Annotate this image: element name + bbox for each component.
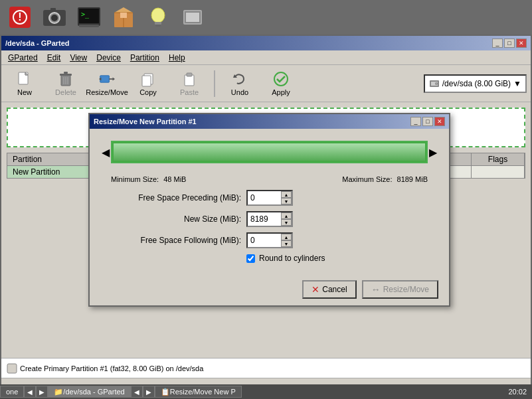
minimize-button[interactable]: _ bbox=[492, 39, 503, 48]
taskbar-gparted-icon: 📁 bbox=[54, 388, 63, 396]
svg-rect-10 bbox=[79, 25, 99, 27]
max-size-label: Maximum Size: 8189 MiB bbox=[342, 175, 428, 183]
resize-bar bbox=[111, 141, 428, 163]
apply-icon bbox=[273, 71, 289, 87]
terminal-icon[interactable]: >_ bbox=[74, 3, 104, 32]
new-icon bbox=[17, 71, 33, 87]
drive-icon[interactable] bbox=[178, 3, 207, 32]
main-window-title: /dev/sda - GParted bbox=[5, 39, 70, 47]
nav-next-btn[interactable]: ▶ bbox=[36, 386, 48, 398]
preceding-spin-down[interactable]: ▼ bbox=[281, 198, 292, 204]
svg-rect-21 bbox=[186, 13, 199, 22]
item2-nav-next-btn[interactable]: ▶ bbox=[143, 386, 155, 398]
preceding-spin-up[interactable]: ▲ bbox=[281, 191, 292, 198]
disk-icon bbox=[429, 78, 440, 89]
dialog-title: Resize/Move New Partition #1 bbox=[94, 118, 197, 125]
menu-help[interactable]: Help bbox=[165, 52, 189, 64]
svg-rect-28 bbox=[64, 72, 68, 74]
following-spin-down[interactable]: ▼ bbox=[281, 240, 292, 247]
camera-icon[interactable] bbox=[40, 3, 69, 32]
op-icon bbox=[7, 363, 17, 374]
size-info: Minimum Size: 48 MiB Maximum Size: 8189 … bbox=[100, 175, 438, 183]
device-selector[interactable]: /dev/sda (8.00 GiB) ▼ bbox=[424, 74, 527, 93]
package-icon[interactable] bbox=[109, 3, 138, 32]
newsize-spin-up[interactable]: ▲ bbox=[281, 212, 292, 219]
apply-label: Apply bbox=[272, 88, 290, 96]
item2-nav-prev-btn[interactable]: ◀ bbox=[131, 386, 143, 398]
menu-view[interactable]: View bbox=[66, 52, 91, 64]
new-button[interactable]: New bbox=[5, 68, 44, 100]
form-row-preceding: Free Space Preceding (MiB): ▲ ▼ bbox=[100, 190, 438, 206]
taskbar-gparted-label: /dev/sda - GParted bbox=[63, 388, 124, 396]
svg-rect-17 bbox=[155, 22, 161, 25]
resize-button[interactable]: Resize/Move bbox=[88, 68, 126, 100]
resize-icon bbox=[99, 71, 115, 87]
copy-button[interactable]: Copy bbox=[129, 68, 167, 100]
cancel-button[interactable]: ✕ Cancel bbox=[302, 280, 356, 299]
svg-rect-18 bbox=[155, 25, 161, 27]
menu-gparted[interactable]: GParted bbox=[4, 52, 42, 64]
resize-dialog: Resize/Move New Partition #1 _ □ ✕ ◀ ▶ M… bbox=[88, 113, 450, 307]
checkbox-row: Round to cylinders bbox=[100, 254, 438, 263]
workspace-item[interactable]: one bbox=[0, 386, 24, 398]
dialog-minimize-button[interactable]: _ bbox=[410, 117, 421, 126]
apply-button[interactable]: Apply bbox=[262, 68, 300, 100]
nav-prev-btn[interactable]: ◀ bbox=[24, 386, 36, 398]
bulb-icon[interactable] bbox=[143, 3, 173, 32]
stop-icon[interactable]: ! bbox=[5, 3, 35, 32]
svg-marker-34 bbox=[113, 77, 115, 80]
pt-header-flags: Flags bbox=[472, 153, 525, 165]
operations-area: Create Primary Partition #1 (fat32, 8.00… bbox=[1, 358, 531, 378]
preceding-input[interactable] bbox=[248, 192, 281, 204]
resize-left-arrow[interactable]: ◀ bbox=[100, 142, 111, 162]
preceding-label: Free Space Preceding (MiB): bbox=[100, 193, 246, 202]
toolbar: New Delete bbox=[1, 65, 531, 102]
svg-rect-37 bbox=[142, 76, 151, 86]
paste-icon bbox=[181, 71, 197, 87]
svg-rect-32 bbox=[100, 75, 110, 82]
paste-label: Paste bbox=[180, 88, 199, 96]
resize-right-arrow[interactable]: ▶ bbox=[428, 142, 438, 162]
dialog-close-button[interactable]: ✕ bbox=[434, 117, 445, 126]
dialog-maximize-button[interactable]: □ bbox=[422, 117, 433, 126]
paste-button[interactable]: Paste bbox=[170, 68, 209, 100]
round-cylinders-checkbox[interactable] bbox=[246, 254, 255, 263]
title-bar-buttons: _ □ ✕ bbox=[492, 39, 527, 48]
svg-point-16 bbox=[151, 8, 165, 23]
following-spin-up[interactable]: ▲ bbox=[281, 234, 292, 240]
following-input[interactable] bbox=[248, 234, 281, 246]
form-row-newsize: New Size (MiB): ▲ ▼ bbox=[100, 211, 438, 227]
menu-partition[interactable]: Partition bbox=[126, 52, 163, 64]
device-arrow: ▼ bbox=[513, 79, 521, 88]
cancel-label: Cancel bbox=[322, 285, 347, 294]
preceding-spin-btns: ▲ ▼ bbox=[281, 191, 292, 204]
taskbar-dialog-label: Resize/Move New P bbox=[170, 388, 236, 396]
main-title-bar: /dev/sda - GParted _ □ ✕ bbox=[1, 36, 531, 50]
min-size-label: Minimum Size: 48 MiB bbox=[111, 175, 186, 183]
newsize-spin-down[interactable]: ▼ bbox=[281, 219, 292, 226]
round-cylinders-label: Round to cylinders bbox=[259, 254, 325, 263]
undo-button[interactable]: Undo bbox=[221, 68, 259, 100]
delete-button[interactable]: Delete bbox=[46, 68, 85, 100]
menu-device[interactable]: Device bbox=[92, 52, 125, 64]
taskbar-gparted-item[interactable]: 📁 /dev/sda - GParted bbox=[48, 386, 130, 398]
svg-rect-15 bbox=[120, 13, 127, 18]
following-input-wrap: ▲ ▼ bbox=[246, 232, 293, 248]
taskbar-dialog-icon: 📋 bbox=[161, 388, 170, 396]
top-taskbar: ! >_ bbox=[0, 0, 532, 35]
resize-visual: ◀ ▶ bbox=[100, 135, 438, 169]
item2-nav-buttons: ◀ ▶ bbox=[131, 386, 155, 398]
svg-marker-12 bbox=[114, 7, 133, 13]
svg-point-45 bbox=[436, 83, 437, 84]
svg-point-5 bbox=[51, 15, 58, 21]
menubar: GParted Edit View Device Partition Help bbox=[1, 50, 531, 65]
resize-move-button[interactable]: ↔ Resize/Move bbox=[362, 280, 438, 299]
taskbar-dialog-item[interactable]: 📋 Resize/Move New P bbox=[155, 386, 242, 398]
newsize-input[interactable] bbox=[248, 213, 281, 225]
svg-text:!: ! bbox=[18, 11, 21, 23]
menu-edit[interactable]: Edit bbox=[43, 52, 65, 64]
maximize-button[interactable]: □ bbox=[504, 39, 515, 48]
new-label: New bbox=[17, 88, 32, 96]
svg-rect-39 bbox=[187, 73, 192, 76]
close-button[interactable]: ✕ bbox=[516, 39, 527, 48]
